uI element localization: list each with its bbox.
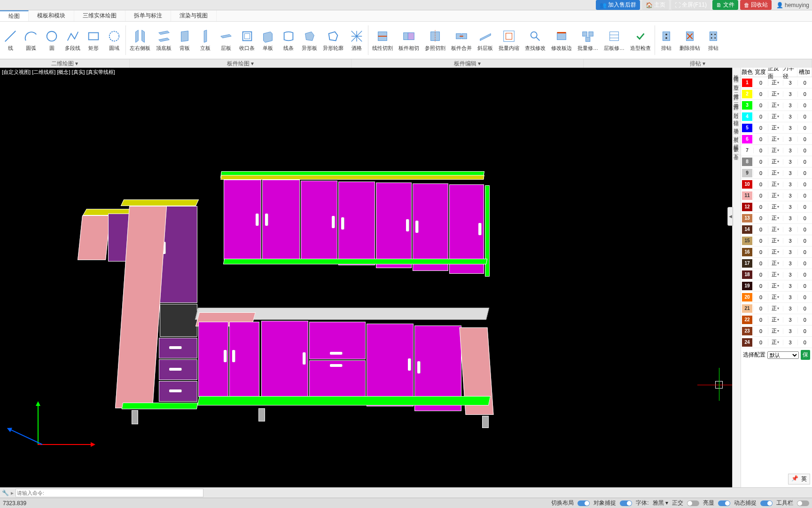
color-swatch[interactable]: 19 bbox=[742, 282, 752, 290]
face-cell[interactable]: 正 bbox=[768, 226, 782, 233]
vtab-drill[interactable]: 排钻 bbox=[733, 113, 741, 121]
radius-cell[interactable]: 3 bbox=[783, 340, 797, 345]
fullscreen-button[interactable]: ⛶全屏(F11) bbox=[671, 0, 710, 10]
groove-cell[interactable]: 0 bbox=[797, 204, 812, 210]
color-row[interactable]: 10 0 正 3 0 bbox=[741, 179, 812, 190]
panel-collapse-handle[interactable]: ◀ bbox=[727, 207, 733, 226]
color-row[interactable]: 4 0 正 3 0 bbox=[741, 111, 812, 122]
tool-drill[interactable]: 排钻 bbox=[656, 22, 677, 59]
face-cell[interactable]: 正 bbox=[768, 192, 782, 199]
color-row[interactable]: 1 0 正 3 0 bbox=[741, 77, 812, 88]
tool-batch-modify[interactable]: 批量修… bbox=[575, 22, 601, 59]
color-row[interactable]: 6 0 正 3 0 bbox=[741, 134, 812, 145]
color-swatch[interactable]: 3 bbox=[742, 101, 752, 110]
radius-cell[interactable]: 3 bbox=[783, 193, 797, 198]
radius-cell[interactable]: 3 bbox=[783, 204, 797, 210]
color-swatch[interactable]: 20 bbox=[742, 293, 752, 302]
face-cell[interactable]: 正 bbox=[768, 169, 782, 176]
viewport-3d[interactable]: [自定义视图] [二维线框] [概念] [真实] [真实带线框] bbox=[0, 68, 732, 487]
color-swatch[interactable]: 5 bbox=[742, 124, 752, 132]
radius-cell[interactable]: 3 bbox=[783, 328, 797, 334]
tool-irregular-panel[interactable]: 异形板 bbox=[299, 22, 320, 59]
color-row[interactable]: 7 0 正 3 0 bbox=[741, 145, 812, 156]
face-cell[interactable]: 正 bbox=[768, 237, 782, 244]
color-swatch[interactable]: 10 bbox=[742, 180, 752, 189]
color-row[interactable]: 15 0 正 3 0 bbox=[741, 235, 812, 246]
groove-cell[interactable]: 0 bbox=[797, 317, 812, 323]
ime-lang[interactable]: 英 bbox=[801, 475, 807, 483]
color-row[interactable]: 8 0 正 3 0 bbox=[741, 156, 812, 167]
width-cell[interactable]: 0 bbox=[753, 91, 768, 97]
color-swatch[interactable]: 17 bbox=[742, 259, 752, 268]
tool-linear-cut[interactable]: 线性切割 bbox=[369, 22, 396, 59]
tool-single-panel[interactable]: 单板 bbox=[258, 22, 278, 59]
radius-cell[interactable]: 3 bbox=[783, 91, 797, 97]
status-layout[interactable]: 切换布局 bbox=[551, 499, 574, 507]
color-swatch[interactable]: 9 bbox=[742, 169, 752, 177]
config-select[interactable]: 默认 bbox=[767, 351, 799, 359]
groove-cell[interactable]: 0 bbox=[797, 340, 812, 345]
vtab-3d-tool[interactable]: 三维刀路 bbox=[733, 95, 741, 105]
color-row[interactable]: 11 0 正 3 0 bbox=[741, 190, 812, 201]
tab-split[interactable]: 拆单与标注 bbox=[125, 10, 171, 21]
radius-cell[interactable]: 3 bbox=[783, 238, 797, 244]
groove-cell[interactable]: 0 bbox=[797, 103, 812, 108]
width-cell[interactable]: 0 bbox=[753, 340, 768, 345]
width-cell[interactable]: 0 bbox=[753, 215, 768, 221]
width-cell[interactable]: 0 bbox=[753, 261, 768, 266]
color-swatch[interactable]: 4 bbox=[742, 112, 752, 121]
color-swatch[interactable]: 12 bbox=[742, 203, 752, 211]
color-swatch[interactable]: 21 bbox=[742, 304, 752, 313]
face-cell[interactable]: 正 bbox=[768, 124, 782, 131]
tool-top-bottom[interactable]: 顶底板 bbox=[153, 22, 174, 59]
color-swatch[interactable]: 13 bbox=[742, 214, 752, 222]
width-cell[interactable]: 0 bbox=[753, 283, 768, 289]
status-dynsnap[interactable]: 动态捕捉 bbox=[734, 499, 757, 507]
radius-cell[interactable]: 3 bbox=[783, 159, 797, 165]
tool-circle[interactable]: 圆 bbox=[41, 22, 62, 59]
width-cell[interactable]: 0 bbox=[753, 306, 768, 311]
vtab-scene[interactable]: 场景 bbox=[733, 121, 741, 129]
color-swatch[interactable]: 1 bbox=[742, 79, 752, 87]
toggle-dynsnap[interactable] bbox=[760, 500, 773, 506]
radius-cell[interactable]: 3 bbox=[783, 136, 797, 142]
vtab-hardware[interactable]: 五金 bbox=[733, 147, 741, 155]
face-cell[interactable]: 正 bbox=[768, 248, 782, 255]
width-cell[interactable]: 0 bbox=[753, 114, 768, 119]
toggle-layout[interactable] bbox=[578, 500, 590, 506]
tool-shelf[interactable]: 层板 bbox=[216, 22, 236, 59]
command-input[interactable] bbox=[16, 489, 203, 497]
tool-batch-inset[interactable]: 批量内缩 bbox=[496, 22, 522, 59]
tool-slant-shelf[interactable]: 斜层板 bbox=[475, 22, 496, 59]
color-row[interactable]: 2 0 正 3 0 bbox=[741, 88, 812, 100]
color-swatch[interactable]: 18 bbox=[742, 270, 752, 279]
color-row[interactable]: 17 0 正 3 0 bbox=[741, 258, 812, 269]
color-row[interactable]: 24 0 正 3 0 bbox=[741, 337, 812, 348]
width-cell[interactable]: 0 bbox=[753, 170, 768, 176]
width-cell[interactable]: 0 bbox=[753, 159, 768, 165]
radius-cell[interactable]: 3 bbox=[783, 272, 797, 278]
viewport-mode-label[interactable]: [自定义视图] [二维线框] [概念] [真实] [真实带线框] bbox=[2, 69, 115, 76]
chevron-icon[interactable]: ▸ bbox=[11, 490, 14, 496]
vtab-2d-tool[interactable]: 二维刀路 bbox=[733, 86, 741, 95]
color-swatch[interactable]: 7 bbox=[742, 146, 752, 155]
color-swatch[interactable]: 6 bbox=[742, 135, 752, 143]
wrench-icon[interactable]: 🔧 bbox=[2, 490, 9, 496]
groove-cell[interactable]: 0 bbox=[797, 193, 812, 198]
groove-cell[interactable]: 0 bbox=[797, 294, 812, 300]
face-cell[interactable]: 正 bbox=[768, 260, 782, 267]
join-group-button[interactable]: 👥加入售后群 bbox=[596, 0, 640, 10]
radius-cell[interactable]: 3 bbox=[783, 261, 797, 266]
tool-back-panel[interactable]: 背板 bbox=[174, 22, 195, 59]
radius-cell[interactable]: 3 bbox=[783, 227, 797, 232]
color-swatch[interactable]: 14 bbox=[742, 225, 752, 234]
radius-cell[interactable]: 3 bbox=[783, 306, 797, 311]
vtab-template-param[interactable]: 模板参数 bbox=[733, 137, 741, 147]
tool-arc[interactable]: 圆弧 bbox=[21, 22, 41, 59]
color-row[interactable]: 13 0 正 3 0 bbox=[741, 213, 812, 224]
groove-cell[interactable]: 0 bbox=[797, 159, 812, 165]
color-row[interactable]: 19 0 正 3 0 bbox=[741, 280, 812, 292]
status-ortho[interactable]: 正交 bbox=[672, 499, 683, 507]
radius-cell[interactable]: 3 bbox=[783, 182, 797, 187]
width-cell[interactable]: 0 bbox=[753, 136, 768, 142]
